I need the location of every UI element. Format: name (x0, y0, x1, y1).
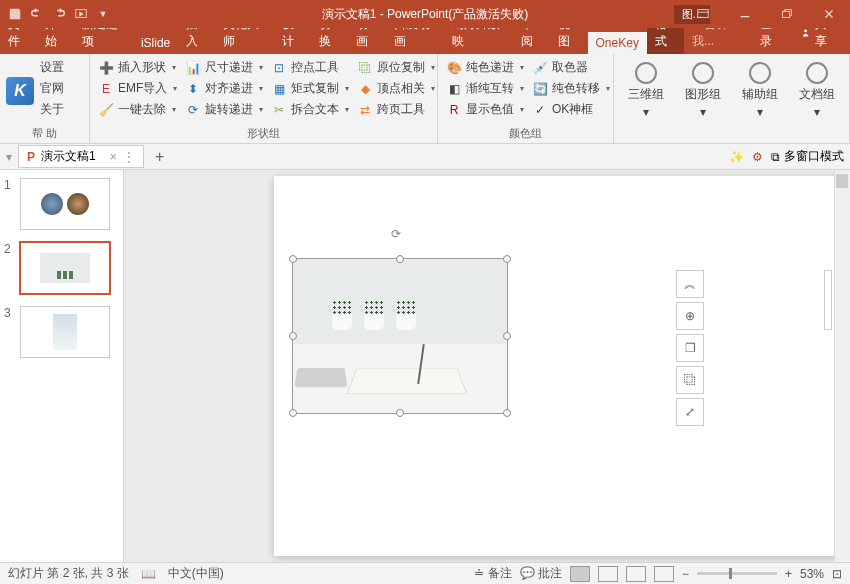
doc-group-button[interactable]: 文档组▾ (793, 58, 841, 127)
float-layer-icon[interactable]: ❐ (676, 334, 704, 362)
notes-placeholder[interactable] (824, 270, 832, 330)
save-icon[interactable] (8, 7, 22, 21)
slideshow-view-icon[interactable] (654, 566, 674, 582)
show-color-button[interactable]: R显示色值▾ (444, 100, 526, 119)
start-icon[interactable] (74, 7, 88, 21)
docbar-dropdown-icon[interactable]: ▾ (6, 150, 12, 164)
magic-icon[interactable]: ✨ (729, 150, 744, 164)
window-title: 演示文稿1 - PowerPoint(产品激活失败) (322, 6, 529, 23)
emf-import-button[interactable]: EEMF导入▾ (96, 79, 179, 98)
ribbon: K 设置 官网 关于 帮 助 ➕插入形状▾ EEMF导入▾ 🧹一键去除▾ 📊尺寸… (0, 54, 850, 144)
group-label-color: 颜色组 (444, 124, 607, 143)
normal-view-icon[interactable] (570, 566, 590, 582)
onekey-remove-button[interactable]: 🧹一键去除▾ (96, 100, 179, 119)
spellcheck-icon[interactable]: 📖 (141, 567, 156, 581)
multi-window-button[interactable]: ⧉多窗口模式 (771, 148, 844, 165)
gradient-button[interactable]: ◧渐纯互转▾ (444, 79, 526, 98)
resize-handle[interactable] (396, 255, 404, 263)
align-progress-button[interactable]: ⬍对齐递进▾ (183, 79, 265, 98)
doc-more-icon[interactable]: ⋮ (123, 150, 135, 164)
sorter-view-icon[interactable] (598, 566, 618, 582)
rect-copy-button[interactable]: ▦矩式复制▾ (269, 79, 351, 98)
zoom-slider[interactable] (697, 572, 777, 575)
resize-handle[interactable] (289, 332, 297, 340)
svg-point-3 (804, 29, 807, 32)
status-bar: 幻灯片 第 2 张, 共 3 张 📖 中文(中国) ≐ 备注 💬 批注 − + … (0, 562, 850, 584)
close-icon[interactable] (808, 0, 850, 28)
onekey-logo-icon[interactable]: K (6, 77, 34, 105)
svg-rect-1 (698, 10, 709, 18)
group-label-help: 帮 助 (6, 124, 83, 143)
settings-button[interactable]: 设置 (38, 58, 66, 77)
vertex-button[interactable]: ◆顶点相关▾ (355, 79, 437, 98)
ppt-icon: P (27, 150, 35, 164)
about-button[interactable]: 关于 (38, 100, 66, 119)
rotate-progress-button[interactable]: ⟳旋转递进▾ (183, 100, 265, 119)
add-document-button[interactable]: + (150, 147, 170, 167)
split-text-button[interactable]: ✂拆合文本▾ (269, 100, 351, 119)
close-doc-icon[interactable]: × (110, 150, 117, 164)
insert-shape-button[interactable]: ➕插入形状▾ (96, 58, 179, 77)
fit-window-icon[interactable]: ⊡ (832, 567, 842, 581)
slide-editor[interactable]: ⟳ ︽ ⊕ ❐ ⿻ ⤢ (124, 170, 850, 562)
qat-more-icon[interactable]: ▼ (96, 7, 110, 21)
resize-handle[interactable] (289, 255, 297, 263)
float-align-icon[interactable]: ⊕ (676, 302, 704, 330)
resize-handle[interactable] (503, 409, 511, 417)
resize-handle[interactable] (396, 409, 404, 417)
ribbon-tabs: 文件 开始 新建选项 iSlide 插入 美化大师 设计 切换 动画 口袋动画 … (0, 28, 850, 54)
rotate-handle-icon[interactable]: ⟳ (391, 227, 409, 245)
slide-thumb-3[interactable]: 3 (0, 298, 123, 362)
zoom-level[interactable]: 53% (800, 567, 824, 581)
tab-onekey[interactable]: OneKey (588, 32, 647, 54)
control-tool-button[interactable]: ⊡控点工具 (269, 58, 351, 77)
floating-toolbar: ︽ ⊕ ❐ ⿻ ⤢ (676, 270, 704, 426)
orig-copy-button[interactable]: ⿻原位复制▾ (355, 58, 437, 77)
vertical-scrollbar[interactable] (834, 170, 850, 562)
ok-magic-button[interactable]: ✓OK神框 (530, 100, 612, 119)
float-copy-icon[interactable]: ⿻ (676, 366, 704, 394)
website-button[interactable]: 官网 (38, 79, 66, 98)
resize-handle[interactable] (503, 255, 511, 263)
document-name: 演示文稿1 (41, 148, 96, 165)
comments-button[interactable]: 💬 批注 (520, 565, 562, 582)
workspace: 1 2 3 ⟳ (0, 170, 850, 562)
size-progress-button[interactable]: 📊尺寸递进▾ (183, 58, 265, 77)
reading-view-icon[interactable] (626, 566, 646, 582)
notes-button[interactable]: ≐ 备注 (474, 565, 511, 582)
svg-rect-2 (783, 11, 790, 17)
slide-counter[interactable]: 幻灯片 第 2 张, 共 3 张 (8, 565, 129, 582)
minimize-icon[interactable] (724, 0, 766, 28)
restore-icon[interactable] (766, 0, 808, 28)
three-d-group-button[interactable]: 三维组▾ (622, 58, 670, 127)
float-chevron-up-icon[interactable]: ︽ (676, 270, 704, 298)
undo-icon[interactable] (30, 7, 44, 21)
graphic-group-button[interactable]: 图形组▾ (679, 58, 727, 127)
cross-page-button[interactable]: ⇄跨页工具 (355, 100, 437, 119)
float-expand-icon[interactable]: ⤢ (676, 398, 704, 426)
slide-thumb-2[interactable]: 2 (0, 234, 123, 298)
group-label-shape: 形状组 (96, 124, 431, 143)
document-bar: ▾ P 演示文稿1 × ⋮ + ✨ ⚙ ⧉多窗口模式 (0, 144, 850, 170)
selection-border: ⟳ (292, 258, 508, 414)
ribbon-options-icon[interactable] (682, 0, 724, 28)
language-button[interactable]: 中文(中国) (168, 565, 224, 582)
slide-thumb-1[interactable]: 1 (0, 170, 123, 234)
document-tab[interactable]: P 演示文稿1 × ⋮ (18, 145, 144, 168)
zoom-in-button[interactable]: + (785, 567, 792, 581)
title-bar: ▼ 演示文稿1 - PowerPoint(产品激活失败) 图... (0, 0, 850, 28)
gear-icon[interactable]: ⚙ (752, 150, 763, 164)
zoom-out-button[interactable]: − (682, 567, 689, 581)
redo-icon[interactable] (52, 7, 66, 21)
pure-color-button[interactable]: 🎨纯色递进▾ (444, 58, 526, 77)
color-rotate-button[interactable]: 🔄纯色转移▾ (530, 79, 612, 98)
color-picker-button[interactable]: 💉取色器 (530, 58, 612, 77)
resize-handle[interactable] (289, 409, 297, 417)
assist-group-button[interactable]: 辅助组▾ (736, 58, 784, 127)
tab-islide[interactable]: iSlide (133, 32, 178, 54)
slide-panel[interactable]: 1 2 3 (0, 170, 124, 562)
slide-canvas[interactable]: ⟳ ︽ ⊕ ❐ ⿻ ⤢ (274, 176, 850, 556)
resize-handle[interactable] (503, 332, 511, 340)
